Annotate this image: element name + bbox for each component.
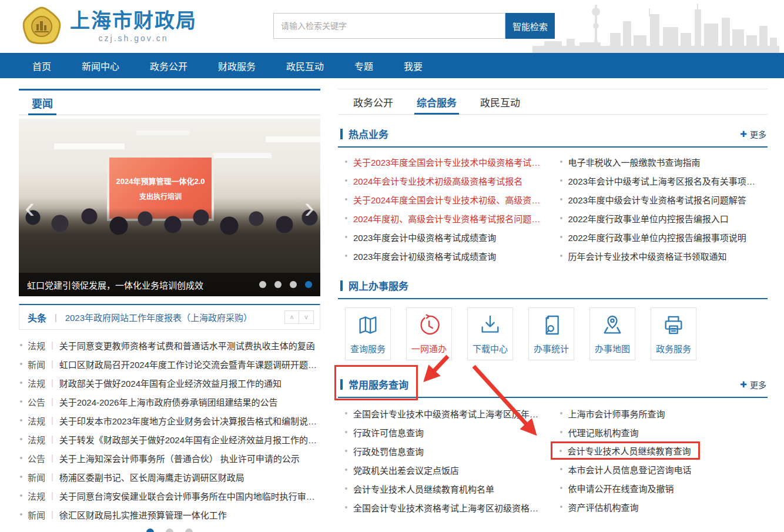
service-card-download[interactable]: 下载中心: [467, 307, 513, 360]
common-link-item[interactable]: 全国会计专业技术资格考试上海考区初级资格证书领…: [338, 498, 553, 517]
hot-link-item[interactable]: 2023年度中级会计专业资格考试报名问题解答: [553, 190, 768, 209]
hot-business-more-link[interactable]: ✚ 更多: [740, 128, 766, 140]
common-services-header: 常用服务查询 ✚ 更多: [338, 374, 768, 398]
headline-title[interactable]: 2023年政府网站工作年度报表（上海政府采购）: [65, 311, 284, 323]
news-item[interactable]: 法规 | 关于同意变更教师资格考试费和普通话水平测试费执收主体的复函: [19, 336, 320, 354]
carousel-dot[interactable]: [305, 281, 312, 288]
nav-item[interactable]: 政务公开: [150, 59, 187, 73]
slide-subtitle: 支出执行培训: [139, 191, 182, 201]
news-item[interactable]: 法规 | 关于印发本市2023年度地方企业财务会计决算报告格式和编制说明的…: [19, 411, 320, 430]
service-card-map[interactable]: 办事地图: [589, 307, 635, 360]
bullet-icon: [20, 476, 22, 478]
service-card-one-stop[interactable]: 一网通办: [406, 307, 452, 360]
carousel-next-icon[interactable]: ›: [304, 192, 314, 223]
news-item[interactable]: 公告 | 关于上海知深会计师事务所（普通合伙） 执业许可申请的公示: [19, 449, 320, 467]
news-title[interactable]: 财政部关于做好2024年国有企业经济效益月报工作的通知: [59, 377, 282, 389]
printer-icon: [662, 313, 685, 337]
hot-link-item[interactable]: 电子非税收入一般缴款书查询指南: [553, 152, 768, 171]
hot-link-item[interactable]: 2023年度会计中级资格考试成绩查询: [338, 227, 553, 246]
service-tab[interactable]: 政务公开: [353, 89, 393, 114]
headline-down-icon[interactable]: ∨: [299, 310, 314, 324]
news-title[interactable]: 杨浦区委副书记、区长周海鹰走访调研区财政局: [59, 471, 244, 483]
search-input[interactable]: [273, 13, 505, 39]
common-link-item[interactable]: 资产评估机构查询: [553, 497, 768, 516]
bullet-icon: [345, 255, 347, 257]
news-tag: 公告: [28, 396, 45, 408]
hot-link-item[interactable]: 2023年会计中级考试上海考区报名及有关事项的通知: [553, 171, 768, 190]
hot-link-item[interactable]: 2024年度初、高级会计专业资格考试报名问题解答: [338, 209, 553, 227]
news-title[interactable]: 关于同意台湾安侯建业联合会计师事务所在中国内地临时执行审计业…: [59, 490, 320, 502]
hot-link-item[interactable]: 关于2024年度全国会计专业技术初级、高级资格考试…: [338, 190, 553, 209]
news-item[interactable]: 新闻 | 虹口区财政局召开2024年度工作讨论交流会暨青年课题调研开题分享会: [19, 354, 320, 373]
service-card-query[interactable]: 查询服务: [345, 307, 391, 360]
nav-item[interactable]: 财政服务: [218, 59, 256, 73]
news-pager-dots: [19, 528, 320, 532]
hot-link-item[interactable]: 2023年度会计初级资格考试成绩查询: [338, 246, 553, 265]
bullet-icon: [560, 179, 562, 182]
section-bar-icon: [340, 129, 343, 139]
carousel-caption-text[interactable]: 虹口党建引领促发展，一体化业务培训创成效: [27, 279, 253, 291]
common-link-item[interactable]: 上海市会计师事务所查询: [553, 404, 768, 423]
news-item[interactable]: 法规 | 关于转发《财政部关于做好2024年国有企业经济效益月报工作的通知…: [19, 430, 320, 449]
service-card-gov[interactable]: 政务服务: [651, 307, 696, 360]
nav-item[interactable]: 政民互动: [286, 59, 324, 73]
news-title[interactable]: 关于2024-2026年上海市政府债券承销团组建结果的公告: [59, 396, 278, 408]
news-title[interactable]: 虹口区财政局召开2024年度工作讨论交流会暨青年课题调研开题分享会: [59, 358, 320, 370]
news-title[interactable]: 关于上海知深会计师事务所（普通合伙） 执业许可申请的公示: [59, 452, 300, 464]
news-title[interactable]: 徐汇区财政局扎实推进预算管理一体化工作: [59, 508, 227, 521]
hot-link-item[interactable]: 2024年会计专业技术初级高级资格考试报名: [338, 171, 553, 190]
nav-item[interactable]: 首页: [32, 59, 51, 73]
common-link-item[interactable]: 会计专业技术人员继续教育查询: [551, 441, 700, 460]
common-link-item[interactable]: 依申请公开在线查询及撤销: [553, 479, 768, 497]
common-link-item[interactable]: 行政处罚信息查询: [338, 441, 553, 460]
bullet-icon: [560, 506, 562, 508]
common-services-section: 常用服务查询 ✚ 更多: [338, 374, 768, 398]
bullet-icon: [560, 255, 562, 257]
pager-dot[interactable]: [146, 528, 154, 532]
hot-link-item[interactable]: 关于2023年度全国会计专业技术中级资格考试上海考…: [338, 152, 553, 171]
common-link-item[interactable]: 全国会计专业技术中级资格考试上海考区历年度证书…: [338, 404, 553, 423]
common-link-item[interactable]: 党政机关出差会议定点饭店: [338, 460, 553, 479]
common-link-item[interactable]: 会计专业技术人员继续教育机构名单: [338, 479, 553, 498]
service-card-stats[interactable]: 办事统计: [528, 307, 574, 360]
carousel-dot[interactable]: [274, 281, 282, 288]
common-services-more-link[interactable]: ✚ 更多: [740, 379, 766, 390]
headline-up-icon[interactable]: ∧: [284, 310, 299, 324]
carousel-dot[interactable]: [290, 281, 297, 288]
news-title[interactable]: 关于同意变更教师资格考试费和普通话水平测试费执收主体的复函: [59, 339, 315, 352]
carousel-dots: [259, 281, 312, 288]
hot-link-item[interactable]: 2022年度行政事业单位内控报告编报入口: [553, 209, 768, 227]
hot-business-title: 热点业务: [349, 126, 388, 141]
carousel-dot[interactable]: [259, 281, 266, 288]
hot-link-item[interactable]: 2022年度行政事业单位内控报告编报事项说明: [553, 227, 768, 246]
tab-yaowen[interactable]: 要闻: [32, 91, 53, 115]
nav-item[interactable]: 我要: [404, 59, 423, 73]
pager-dot[interactable]: [185, 528, 193, 532]
hot-link-item[interactable]: 历年会计专业技术中级资格证书领取通知: [553, 246, 768, 265]
common-link-item[interactable]: 代理记账机构查询: [553, 423, 768, 441]
bullet-icon: [345, 469, 347, 471]
news-item[interactable]: 新闻 | 徐汇区财政局扎实推进预算管理一体化工作: [19, 505, 320, 524]
content: 要闻 2024年预算管理一体化2.0 支出执行培训 ‹ › 虹口党建引领促发展，…: [0, 78, 784, 532]
news-item[interactable]: 新闻 | 杨浦区委副书记、区长周海鹰走访调研区财政局: [19, 467, 320, 486]
news-item[interactable]: 法规 | 财政部关于做好2024年国有企业经济效益月报工作的通知: [19, 373, 320, 392]
nav-item[interactable]: 新闻中心: [82, 59, 119, 73]
hot-links-col1: 关于2023年度全国会计专业技术中级资格考试上海考… 2024年会计专业技术初级…: [338, 152, 553, 265]
news-title[interactable]: 关于转发《财政部关于做好2024年国有企业经济效益月报工作的通知…: [59, 433, 320, 446]
carousel-prev-icon[interactable]: ‹: [25, 192, 35, 223]
news-tag: 公告: [28, 452, 45, 464]
city-skyline-icon: [532, 0, 779, 53]
common-link-item[interactable]: 行政许可信息查询: [338, 423, 553, 441]
service-tab[interactable]: 政民互动: [480, 89, 520, 114]
bullet-icon: [560, 468, 562, 470]
news-item[interactable]: 公告 | 关于2024-2026年上海市政府债券承销团组建结果的公告: [19, 392, 320, 411]
service-tab[interactable]: 综合服务: [417, 89, 457, 114]
news-title[interactable]: 关于印发本市2023年度地方企业财务会计决算报告格式和编制说明的…: [59, 414, 320, 427]
news-carousel[interactable]: 2024年预算管理一体化2.0 支出执行培训 ‹ › 虹口党建引领促发展，一体化…: [19, 119, 320, 296]
pager-dot[interactable]: [166, 528, 173, 532]
location-pin-icon: [601, 313, 624, 337]
common-link-item[interactable]: 本市会计人员信息登记咨询电话: [553, 460, 768, 479]
news-item[interactable]: 法规 | 关于同意台湾安侯建业联合会计师事务所在中国内地临时执行审计业…: [19, 486, 320, 505]
nav-item[interactable]: 专题: [354, 59, 373, 73]
hot-business-section: 热点业务 ✚ 更多 关于2023年度全国会计专业技术中级资格考试上海考…: [338, 124, 768, 265]
